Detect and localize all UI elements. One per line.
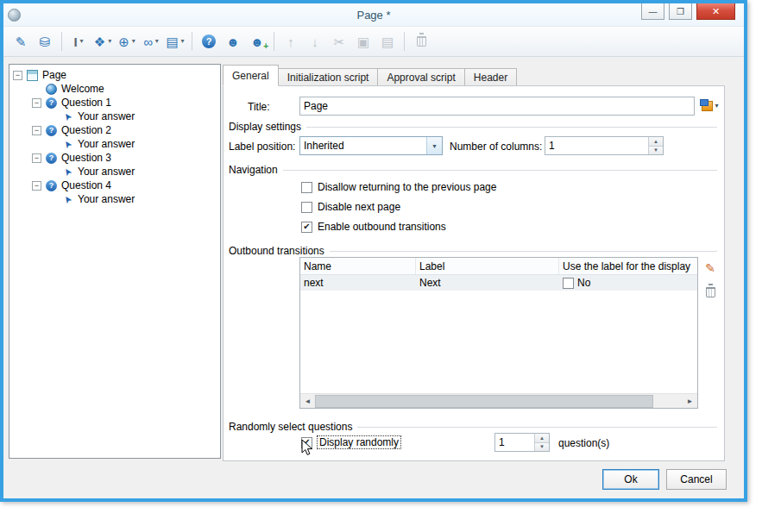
tree-item-your-answer-2[interactable]: ➤ Your answer bbox=[9, 137, 220, 151]
number-of-columns-input[interactable] bbox=[545, 137, 648, 154]
tab-header[interactable]: Header bbox=[465, 68, 517, 86]
tree-item-your-answer-3[interactable]: ➤ Your answer bbox=[9, 165, 220, 178]
label-position-select[interactable]: Inherited ▼ bbox=[299, 136, 443, 155]
trash-icon bbox=[706, 287, 715, 297]
tab-strip: General Initialization script Approval s… bbox=[223, 65, 517, 86]
chevron-down-icon: ▾ bbox=[715, 103, 718, 110]
edit-wand-icon: ✎ bbox=[16, 35, 27, 48]
maximize-button[interactable]: ❐ bbox=[669, 3, 692, 20]
spin-up-button[interactable]: ▲ bbox=[535, 434, 549, 442]
question-icon: ? bbox=[45, 124, 58, 136]
copy-button[interactable]: ▣ bbox=[352, 30, 375, 53]
minus-glyph: − bbox=[35, 127, 39, 135]
spin-down-icon: ▼ bbox=[653, 147, 658, 153]
globe-button[interactable]: ⊕▾ bbox=[116, 30, 138, 53]
tree-item-question-3[interactable]: − ? Question 3 bbox=[9, 151, 220, 165]
close-button[interactable]: ✕ bbox=[696, 3, 735, 20]
delete-transition-button[interactable] bbox=[702, 285, 718, 300]
question-icon: ? bbox=[45, 179, 58, 191]
add-component-button[interactable]: ❖▾ bbox=[91, 30, 114, 53]
spin-up-button[interactable]: ▲ bbox=[649, 137, 663, 146]
checkbox-unchecked[interactable] bbox=[301, 202, 312, 213]
tab-initialization-script[interactable]: Initialization script bbox=[279, 68, 379, 86]
disable-next-page-checkbox-row[interactable]: Disable next page bbox=[301, 201, 400, 213]
display-randomly-checkbox-row[interactable]: ✔ Display randomly bbox=[301, 436, 400, 448]
add-transition-button[interactable]: ✎ bbox=[702, 260, 718, 276]
add-user-button[interactable]: ☻+ bbox=[246, 30, 268, 53]
title-lookup-button[interactable]: ▾ bbox=[698, 97, 722, 116]
move-up-button[interactable]: ↑ bbox=[280, 30, 302, 53]
tab-general[interactable]: General bbox=[223, 65, 279, 86]
checkbox-label: Display randomly bbox=[318, 436, 400, 448]
cell-label: Next bbox=[416, 277, 559, 289]
user-button[interactable]: ☻ bbox=[222, 30, 244, 53]
number-of-columns-label: Number of columns: bbox=[450, 141, 542, 153]
help-button[interactable]: ? bbox=[198, 30, 220, 53]
question-count-input[interactable] bbox=[495, 434, 534, 451]
tree-item-welcome[interactable]: Welcome bbox=[9, 82, 220, 96]
use-label-checkbox[interactable] bbox=[563, 278, 574, 289]
chevron-down-icon: ▾ bbox=[132, 38, 135, 45]
collapse-icon[interactable]: − bbox=[32, 181, 41, 191]
scroll-right-button[interactable]: ► bbox=[683, 394, 697, 409]
ok-button[interactable]: Ok bbox=[602, 469, 659, 490]
checkbox-checked[interactable]: ✔ bbox=[301, 437, 312, 448]
help-icon: ? bbox=[202, 34, 216, 48]
collapse-icon[interactable]: − bbox=[32, 98, 41, 108]
edit-wand-button[interactable]: ✎ bbox=[9, 30, 32, 53]
horizontal-scrollbar[interactable]: ◄ ► bbox=[300, 393, 697, 408]
cancel-button[interactable]: Cancel bbox=[666, 469, 727, 490]
tree-item-your-answer-4[interactable]: ➤ Your answer bbox=[9, 192, 220, 206]
collapse-icon[interactable]: − bbox=[32, 153, 41, 163]
tree-item-question-1[interactable]: − ? Question 1 bbox=[9, 96, 220, 110]
delete-button[interactable] bbox=[410, 30, 432, 53]
collapse-icon[interactable]: − bbox=[32, 126, 41, 135]
spin-down-button[interactable]: ▼ bbox=[649, 146, 663, 155]
chevron-down-icon: ▾ bbox=[181, 38, 185, 45]
cut-button[interactable]: ✂ bbox=[328, 30, 350, 53]
spin-up-icon: ▲ bbox=[539, 435, 545, 441]
globe-icon: ⊕ bbox=[118, 35, 129, 48]
combo-dropdown-button[interactable]: ▼ bbox=[426, 137, 442, 154]
spin-down-icon: ▼ bbox=[539, 444, 545, 449]
tree-item-label: Question 1 bbox=[61, 97, 111, 109]
checkbox-checked[interactable]: ✔ bbox=[301, 222, 312, 233]
link-button[interactable]: ∞▾ bbox=[140, 30, 162, 53]
minimize-button[interactable]: — bbox=[641, 3, 664, 20]
tree-item-question-2[interactable]: − ? Question 2 bbox=[9, 123, 220, 137]
general-tab-panel: Title: ▾ Display settings Label position… bbox=[223, 85, 725, 461]
window-title: Page * bbox=[3, 9, 744, 22]
question-icon: ? bbox=[45, 97, 58, 109]
collapse-icon[interactable]: − bbox=[13, 71, 22, 80]
answer-cursor-icon: ➤ bbox=[61, 110, 74, 122]
tree-item-your-answer-1[interactable]: ➤ Your answer bbox=[9, 110, 220, 123]
column-header-use-label[interactable]: Use the label for the display bbox=[559, 258, 697, 274]
checkbox-unchecked[interactable] bbox=[301, 182, 312, 193]
checkbox-label: Disable next page bbox=[318, 201, 400, 213]
layers-button[interactable]: ▤▾ bbox=[164, 30, 186, 53]
scroll-left-button[interactable]: ◄ bbox=[300, 394, 315, 409]
table-row[interactable]: next Next No bbox=[300, 275, 697, 291]
disallow-returning-checkbox-row[interactable]: Disallow returning to the previous page bbox=[301, 181, 496, 193]
column-header-label[interactable]: Label bbox=[416, 258, 559, 274]
number-of-columns-stepper: ▲ ▼ bbox=[545, 136, 664, 155]
tab-approval-script[interactable]: Approval script bbox=[378, 68, 464, 86]
scrollbar-thumb[interactable] bbox=[315, 395, 653, 408]
tab-label: Header bbox=[474, 72, 507, 84]
chevron-down-icon: ▾ bbox=[108, 38, 111, 45]
selected-value: Inherited bbox=[300, 137, 426, 154]
paste-button[interactable]: ▤ bbox=[376, 30, 399, 53]
move-down-button[interactable]: ↓ bbox=[304, 30, 326, 53]
move-up-icon: ↑ bbox=[287, 35, 294, 48]
tree-item-question-4[interactable]: − ? Question 4 bbox=[9, 178, 220, 192]
add-text-field-button[interactable]: I▾ bbox=[67, 30, 90, 53]
data-import-button[interactable]: ⛁ bbox=[34, 30, 56, 53]
cell-use-label: No bbox=[559, 277, 697, 289]
tree-item-page[interactable]: − Page bbox=[9, 68, 220, 82]
title-input[interactable] bbox=[299, 97, 695, 116]
enable-outbound-transitions-checkbox-row[interactable]: ✔ Enable outbound transitions bbox=[301, 221, 446, 233]
spin-down-button[interactable]: ▼ bbox=[535, 442, 549, 452]
cell-name: next bbox=[300, 277, 416, 289]
column-header-name[interactable]: Name bbox=[300, 258, 416, 274]
tab-label: Initialization script bbox=[287, 72, 369, 84]
